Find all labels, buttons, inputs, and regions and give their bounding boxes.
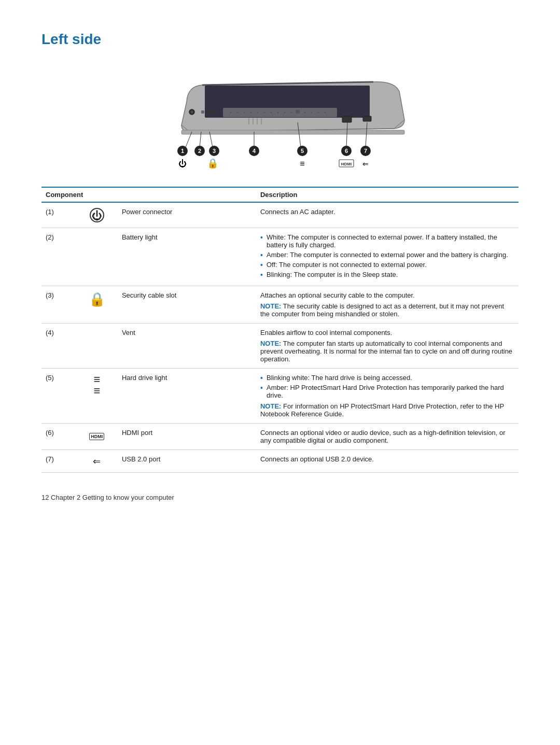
bullet-item: Blinking white: The hard drive is being … [260,374,514,382]
svg-rect-17 [181,130,404,134]
table-header-row: Component Description [41,187,519,202]
svg-text:3: 3 [213,148,216,154]
laptop-diagram-container: 1 ⏻ 2 3 🔒 4 5 ≡ 6 [41,60,519,174]
svg-point-8 [271,112,272,114]
row-component-name: Security cable slot [118,286,256,324]
table-row: (4)VentEnables airflow to cool internal … [41,324,519,369]
table-row: (6)HDMIHDMI portConnects an optional vid… [41,424,519,450]
row-number: (4) [41,324,76,369]
svg-point-19 [191,111,193,113]
header-description: Description [256,187,519,202]
svg-point-14 [311,112,313,114]
row-icon: HDMI [76,424,118,450]
row-component-name: USB 2.0 port [118,450,256,473]
row-component-name: Battery light [118,228,256,286]
bullet-item: Amber: The computer is connected to exte… [260,251,514,259]
note-label: NOTE: [260,340,281,347]
svg-point-15 [318,112,319,114]
row-description: Connects an AC adapter. [256,202,519,228]
row-number: (2) [41,228,76,286]
row-component-name: Power connector [118,202,256,228]
bullet-item: White: The computer is connected to exte… [260,233,514,249]
svg-rect-20 [201,110,204,114]
svg-rect-27 [342,116,352,122]
svg-rect-1 [223,108,337,117]
table-row: (5)≡≡Hard drive lightBlinking white: The… [41,369,519,424]
svg-point-10 [284,112,286,114]
row-component-name: Hard drive light [118,369,256,424]
svg-rect-26 [296,110,300,114]
table-row: (7)⇐USB 2.0 portConnects an optional USB… [41,450,519,473]
row-number: (3) [41,286,76,324]
row-component-name: Vent [118,324,256,369]
svg-point-6 [257,112,259,114]
row-number: (1) [41,202,76,228]
row-number: (5) [41,369,76,424]
svg-point-3 [237,112,239,114]
row-component-name: HDMI port [118,424,256,450]
svg-text:⇐: ⇐ [362,160,369,168]
svg-text:2: 2 [198,148,201,154]
svg-text:6: 6 [345,148,348,154]
svg-text:4: 4 [253,148,256,154]
page-title: Left side [41,31,519,48]
svg-text:HDMI: HDMI [341,162,352,166]
row-icon: 🔒 [76,286,118,324]
svg-rect-28 [363,116,371,121]
svg-point-13 [304,112,306,114]
row-description: White: The computer is connected to exte… [256,228,519,286]
bullet-item: Blinking: The computer is in the Sleep s… [260,271,514,278]
header-component: Component [41,187,256,202]
row-description: Blinking white: The hard drive is being … [256,369,519,424]
row-icon [76,228,118,286]
svg-text:🔒: 🔒 [207,158,219,169]
svg-point-2 [230,112,232,114]
svg-point-4 [244,112,245,114]
row-icon: ≡≡ [76,369,118,424]
svg-text:1: 1 [181,148,184,154]
note-label: NOTE: [260,302,281,310]
row-number: (7) [41,450,76,473]
row-description: Enables airflow to cool internal compone… [256,324,519,369]
row-description: Attaches an optional security cable to t… [256,286,519,324]
svg-point-7 [264,112,265,114]
row-icon: ⏻ [76,202,118,228]
row-number: (6) [41,424,76,450]
row-description: Connects an optional video or audio devi… [256,424,519,450]
svg-point-5 [250,112,252,114]
row-description: Connects an optional USB 2.0 device. [256,450,519,473]
svg-text:5: 5 [301,148,304,154]
svg-text:7: 7 [364,148,367,154]
components-table: Component Description (1)⏻Power connecto… [41,187,519,473]
svg-point-16 [325,112,326,114]
table-row: (1)⏻Power connectorConnects an AC adapte… [41,202,519,228]
note-label: NOTE: [260,402,281,410]
row-icon [76,324,118,369]
row-icon: ⇐ [76,450,118,473]
bullet-item: Off: The computer is not connected to ex… [260,261,514,269]
svg-text:⏻: ⏻ [178,159,187,168]
page-footer: 12 Chapter 2 Getting to know your comput… [41,494,519,501]
svg-point-9 [277,112,279,114]
bullet-item: Amber: HP ProtectSmart Hard Drive Protec… [260,384,514,399]
laptop-diagram: 1 ⏻ 2 3 🔒 4 5 ≡ 6 [135,65,425,169]
table-row: (3)🔒Security cable slotAttaches an optio… [41,286,519,324]
svg-point-11 [291,112,292,114]
table-row: (2)Battery lightWhite: The computer is c… [41,228,519,286]
svg-text:≡: ≡ [300,159,304,168]
svg-rect-21 [208,110,212,114]
